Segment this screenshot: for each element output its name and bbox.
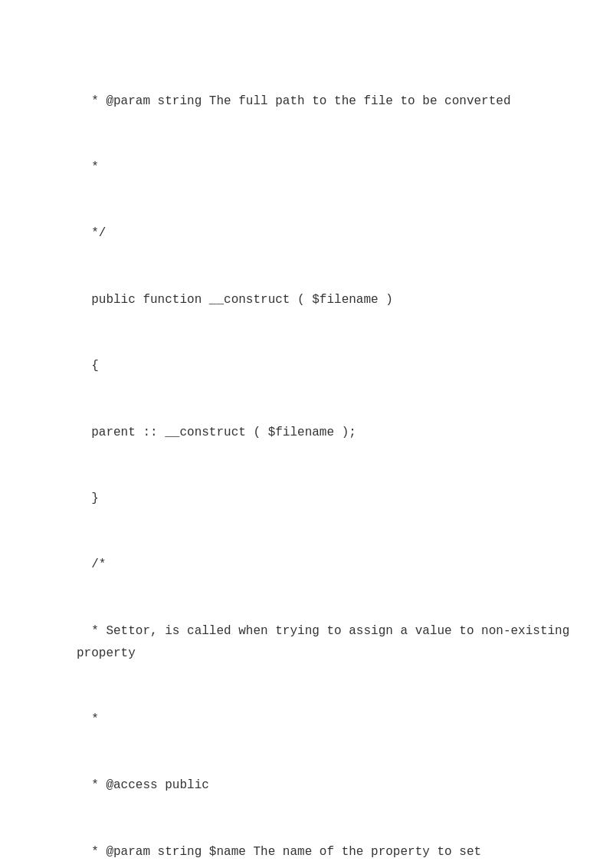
code-line-8: /*: [77, 554, 582, 576]
code-line-9: * Settor, is called when trying to assig…: [77, 620, 582, 665]
code-line-6: parent :: __construct ( $filename );: [77, 422, 582, 444]
code-line-2: *: [77, 156, 582, 179]
code-line-1: * @param string The full path to the fil…: [77, 90, 582, 113]
code-line-5: {: [77, 355, 582, 377]
code-line-4: public function __construct ( $filename …: [77, 289, 582, 311]
code-line-11: * @access public: [77, 774, 582, 797]
code-line-10: *: [77, 709, 582, 731]
code-content: * @param string The full path to the fil…: [77, 46, 582, 868]
code-line-12: * @param string $name The name of the pr…: [77, 841, 582, 863]
code-line-7: }: [77, 488, 582, 510]
code-line-3: */: [77, 222, 582, 245]
